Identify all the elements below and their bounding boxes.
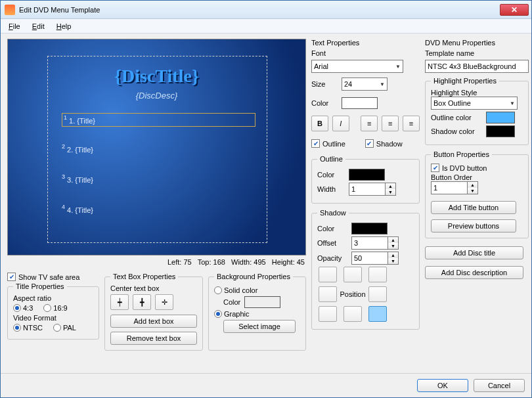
center-v-button[interactable]: ╋ <box>133 294 151 310</box>
app-icon <box>5 5 15 15</box>
title-item-1[interactable]: 11. {Title} <box>62 113 255 127</box>
show-safe-area-checkbox[interactable]: ✔Show TV safe area <box>7 273 99 281</box>
window-title: Edit DVD Menu Template <box>19 6 500 14</box>
select-image-button[interactable]: Select image <box>223 320 296 333</box>
italic-button[interactable]: I <box>332 116 349 131</box>
add-textbox-button[interactable]: Add text box <box>110 315 197 328</box>
disc-title-text[interactable]: {DiscTitle} <box>114 66 199 87</box>
center-h-button[interactable]: ┿ <box>110 294 129 310</box>
dvd-properties-heading: DVD Menu Properties <box>425 39 529 47</box>
text-properties-heading: Text Properties <box>311 39 420 47</box>
outline-color-swatch[interactable] <box>349 169 385 181</box>
shadow-opacity-spinner[interactable]: 50▲▼ <box>351 252 399 265</box>
cancel-button[interactable]: Cancel <box>474 379 525 392</box>
textbox-properties-group: Text Box Properties Center text box ┿ ╋ … <box>104 273 203 351</box>
menu-edit[interactable]: Edit <box>27 21 50 32</box>
add-disc-desc-button[interactable]: Add Disc description <box>425 266 523 279</box>
pos-tr[interactable] <box>368 267 387 282</box>
pos-br[interactable] <box>368 306 387 322</box>
highlight-outline-color[interactable] <box>486 112 515 123</box>
dialog-window: Edit DVD Menu Template ✕ File Edit Help … <box>0 0 532 398</box>
disc-desc-text[interactable]: {DiscDesc} <box>136 91 178 100</box>
text-color-swatch[interactable] <box>342 97 378 109</box>
pos-tc[interactable] <box>344 267 362 282</box>
outline-group: Outline Color Width 1▲▼ <box>311 155 420 204</box>
menu-file[interactable]: File <box>3 21 26 32</box>
align-left-button[interactable]: ≡ <box>361 116 378 131</box>
highlight-shadow-color[interactable] <box>486 125 515 137</box>
highlight-properties-group: Highlight Properties Highlight Style Box… <box>425 77 529 145</box>
title-item-4[interactable]: 44. {Title} <box>62 204 93 215</box>
pos-mr[interactable] <box>368 286 387 302</box>
outline-width-spinner[interactable]: 1▲▼ <box>349 183 396 196</box>
menubar: File Edit Help <box>1 19 531 33</box>
align-center-button[interactable]: ≡ <box>382 116 399 131</box>
background-properties-group: Background Properties Solid color Color … <box>208 273 306 351</box>
bg-graphic-radio[interactable]: Graphic <box>214 310 250 318</box>
button-order-spinner[interactable]: 1▲▼ <box>431 181 478 194</box>
ok-button[interactable]: OK <box>417 379 468 392</box>
remove-textbox-button[interactable]: Remove text box <box>110 332 197 345</box>
dialog-footer: OK Cancel <box>1 373 531 397</box>
shadow-offset-spinner[interactable]: 3▲▼ <box>351 236 399 250</box>
pos-bc[interactable] <box>344 306 362 322</box>
outline-checkbox[interactable]: ✔Outline <box>311 139 345 148</box>
preview-canvas[interactable]: {DiscTitle} {DiscDesc} 11. {Title} 22. {… <box>7 39 306 255</box>
bold-button[interactable]: B <box>311 116 328 131</box>
button-properties-group: Button Properties ✔Is DVD button Button … <box>425 150 529 238</box>
title-item-3[interactable]: 33. {Title} <box>62 173 93 185</box>
close-button[interactable]: ✕ <box>500 4 529 16</box>
ntsc-radio[interactable]: NTSC <box>13 324 43 332</box>
is-dvd-button-checkbox[interactable]: ✔Is DVD button <box>431 164 523 172</box>
preview-buttons-button[interactable]: Preview buttons <box>431 219 516 232</box>
font-combo[interactable]: Arial▼ <box>311 60 403 73</box>
title-properties-group: Title Properties Aspect ratio 4:3 16:9 V… <box>7 282 99 340</box>
titlebar: Edit DVD Menu Template ✕ <box>1 1 531 19</box>
shadow-group: Shadow Color Offset 3▲▼ Opacity 50▲▼ Pos… <box>311 209 420 330</box>
size-combo[interactable]: 24▼ <box>342 77 388 91</box>
title-item-2[interactable]: 22. {Title} <box>62 143 93 154</box>
aspect-169-radio[interactable]: 16:9 <box>43 304 67 312</box>
align-right-button[interactable]: ≡ <box>403 116 420 131</box>
template-name-input[interactable]: NTSC 4x3 BlueBackground <box>425 60 529 73</box>
pal-radio[interactable]: PAL <box>53 324 76 332</box>
add-disc-title-button[interactable]: Add Disc title <box>425 246 523 259</box>
pos-tl[interactable] <box>319 267 337 282</box>
shadow-checkbox[interactable]: ✔Shadow <box>365 139 403 148</box>
pos-ml[interactable] <box>319 286 337 302</box>
pos-bl[interactable] <box>319 306 337 322</box>
bg-solid-radio[interactable]: Solid color <box>214 286 257 294</box>
highlight-style-combo[interactable]: Box Outline▼ <box>431 97 518 110</box>
menu-help[interactable]: Help <box>51 21 77 32</box>
aspect-43-radio[interactable]: 4:3 <box>13 304 33 312</box>
status-coords: Left: 75 Top: 168 Width: 495 Height: 45 <box>7 255 306 269</box>
content-area: {DiscTitle} {DiscDesc} 11. {Title} 22. {… <box>1 33 531 373</box>
add-title-button[interactable]: Add Title button <box>431 201 516 214</box>
center-both-button[interactable]: ✛ <box>155 294 173 310</box>
bg-color-swatch[interactable] <box>244 296 280 308</box>
shadow-color-swatch[interactable] <box>351 223 388 234</box>
